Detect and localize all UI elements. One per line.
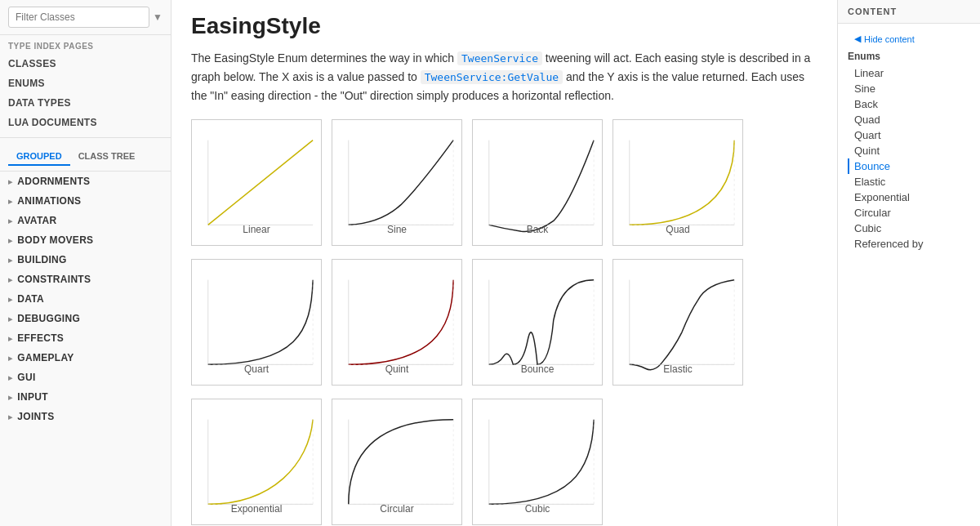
group-data[interactable]: ▸DATA	[0, 289, 171, 309]
graphs-row2: Quart Quint	[191, 259, 817, 386]
graph-circular: Circular	[332, 399, 462, 525]
graph-label-sine: Sine	[332, 224, 461, 235]
group-body-movers[interactable]: ▸BODY MOVERS	[0, 230, 171, 250]
graph-label-linear: Linear	[192, 224, 321, 235]
graph-elastic: Elastic	[612, 259, 743, 386]
chevron-icon: ▸	[8, 373, 12, 382]
graph-label-circular: Circular	[332, 503, 461, 515]
graph-label-back: Back	[473, 224, 602, 235]
group-constraints[interactable]: ▸CONSTRAINTS	[0, 270, 171, 289]
right-link-linear[interactable]: Linear	[848, 65, 970, 81]
graphs-grid-row1: Linear Sine	[191, 119, 817, 246]
code-getvalue: TweenService:GetValue	[421, 70, 563, 84]
chevron-icon: ▸	[8, 412, 12, 421]
right-panel-header: CONTENT	[838, 0, 980, 24]
right-link-quart[interactable]: Quart	[848, 127, 970, 143]
group-gameplay[interactable]: ▸GAMEPLAY	[0, 348, 171, 368]
hide-content-button[interactable]: ◀ Hide content	[848, 29, 970, 46]
chevron-icon: ▸	[8, 256, 12, 265]
nav-classes[interactable]: CLASSES	[0, 54, 171, 74]
chevron-icon: ▸	[8, 236, 12, 245]
group-adornments[interactable]: ▸ADORNMENTS	[0, 172, 171, 191]
right-link-quint[interactable]: Quint	[848, 143, 970, 158]
chevron-icon: ▸	[8, 295, 12, 304]
graph-label-quad: Quad	[613, 224, 742, 235]
tab-grouped[interactable]: GROUPED	[8, 148, 70, 166]
sidebar-groups: ▸ADORNMENTS ▸ANIMATIONS ▸AVATAR ▸BODY MO…	[0, 172, 171, 426]
graph-back: Back	[472, 119, 603, 246]
right-panel-section: ◀ Hide content Enums Linear Sine Back Qu…	[838, 24, 980, 256]
description: The EasingStyle Enum determines the way …	[191, 49, 812, 105]
svg-line-2	[208, 140, 313, 225]
graph-quart: Quart	[191, 259, 322, 386]
right-link-referenced-by[interactable]: Referenced by	[848, 236, 970, 252]
graph-label-quint: Quint	[332, 363, 461, 375]
group-input[interactable]: ▸INPUT	[0, 387, 171, 407]
right-link-sine[interactable]: Sine	[848, 81, 970, 96]
chevron-icon: ▸	[8, 275, 12, 284]
filter-icon: ▼	[153, 11, 163, 23]
group-joints[interactable]: ▸JOINTS	[0, 407, 171, 426]
graph-bounce: Bounce	[472, 259, 603, 386]
group-animations[interactable]: ▸ANIMATIONS	[0, 191, 171, 211]
right-link-elastic[interactable]: Elastic	[848, 174, 970, 189]
nav-enums[interactable]: ENUMS	[0, 74, 171, 93]
group-building[interactable]: ▸BUILDING	[0, 250, 171, 270]
group-effects[interactable]: ▸EFFECTS	[0, 328, 171, 348]
tab-class-tree[interactable]: CLASS TREE	[70, 148, 144, 166]
right-link-exponential[interactable]: Exponential	[848, 189, 970, 205]
right-panel: CONTENT ◀ Hide content Enums Linear Sine…	[837, 0, 980, 526]
group-debugging[interactable]: ▸DEBUGGING	[0, 309, 171, 328]
graphs-row3: Exponential Circular	[191, 399, 817, 525]
graph-exponential: Exponential	[191, 399, 322, 525]
graphs-grid-row2: Quart Quint	[191, 259, 817, 386]
graph-label-quart: Quart	[192, 363, 321, 375]
graph-label-elastic: Elastic	[613, 363, 742, 375]
graph-linear: Linear	[191, 119, 322, 246]
chevron-icon: ▸	[8, 216, 12, 225]
sidebar-tabs: GROUPED CLASS TREE	[0, 143, 171, 172]
chevron-left-icon: ◀	[854, 33, 861, 44]
chevron-icon: ▸	[8, 354, 12, 363]
chevron-icon: ▸	[8, 197, 12, 206]
graph-label-bounce: Bounce	[473, 363, 602, 375]
graph-cubic: Cubic	[472, 399, 603, 525]
nav-data-types[interactable]: DATA TYPES	[0, 93, 171, 113]
type-index-label: TYPE INDEX PAGES	[0, 35, 171, 54]
group-avatar[interactable]: ▸AVATAR	[0, 211, 171, 230]
graph-label-cubic: Cubic	[473, 503, 602, 515]
right-link-circular[interactable]: Circular	[848, 205, 970, 221]
right-link-cubic[interactable]: Cubic	[848, 221, 970, 236]
chevron-icon: ▸	[8, 314, 12, 323]
right-link-quad[interactable]: Quad	[848, 112, 970, 127]
chevron-icon: ▸	[8, 393, 12, 402]
graphs-grid-row3: Exponential Circular	[191, 399, 817, 525]
code-tweenservice: TweenService	[457, 51, 542, 65]
right-link-back[interactable]: Back	[848, 96, 970, 112]
main-content: EasingStyle The EasingStyle Enum determi…	[172, 0, 837, 526]
graph-label-exponential: Exponential	[192, 503, 321, 515]
left-sidebar: ▼ TYPE INDEX PAGES CLASSES ENUMS DATA TY…	[0, 0, 172, 526]
right-panel-section-title: Enums	[848, 51, 970, 62]
nav-lua-documents[interactable]: LUA DOCUMENTS	[0, 113, 171, 132]
right-link-bounce[interactable]: Bounce	[848, 158, 970, 174]
graph-quint: Quint	[332, 259, 462, 386]
filter-section: ▼	[0, 0, 171, 35]
chevron-icon: ▸	[8, 334, 12, 343]
graphs-row1: Linear Sine	[191, 119, 817, 246]
graph-sine: Sine	[332, 119, 462, 246]
filter-input[interactable]	[8, 7, 149, 28]
graph-quad: Quad	[612, 119, 743, 246]
chevron-icon: ▸	[8, 177, 12, 186]
page-title: EasingStyle	[191, 13, 817, 39]
group-gui[interactable]: ▸GUI	[0, 368, 171, 387]
